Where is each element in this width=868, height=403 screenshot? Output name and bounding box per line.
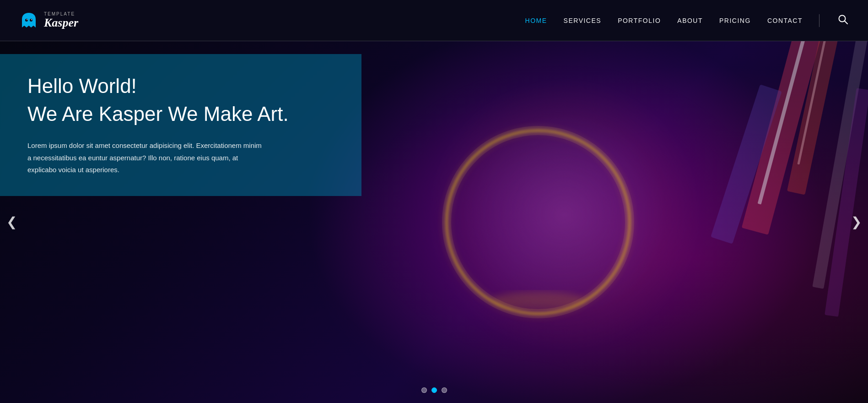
nav-link-home[interactable]: HOME xyxy=(525,17,547,24)
hero-title: Hello World! xyxy=(27,74,334,98)
search-button[interactable] xyxy=(836,14,850,27)
hero-description: Lorem ipsum dolor sit amet consectetur a… xyxy=(27,140,265,176)
nav-item-services[interactable]: SERVICES xyxy=(564,16,602,25)
carousel-prev-button[interactable]: ❮ xyxy=(2,211,22,233)
hero-subtitle: We Are Kasper We Make Art. xyxy=(27,102,334,126)
svg-point-3 xyxy=(31,19,32,20)
nav-menu: HOME SERVICES PORTFOLIO ABOUT PRICING CO… xyxy=(525,16,803,25)
svg-point-8 xyxy=(447,131,630,314)
svg-point-1 xyxy=(30,19,32,22)
brand-name: Kasper xyxy=(44,16,78,30)
hero-section: Hello World! We Are Kasper We Make Art. … xyxy=(0,41,868,403)
hero-geometric-shapes xyxy=(685,41,868,403)
nav-link-services[interactable]: SERVICES xyxy=(564,17,602,24)
hero-content-box: Hello World! We Are Kasper We Make Art. … xyxy=(0,54,361,196)
ghost-icon xyxy=(18,10,39,31)
nav-item-about[interactable]: ABOUT xyxy=(677,16,703,25)
carousel-dot-1[interactable] xyxy=(421,387,427,393)
carousel-dots xyxy=(421,387,447,393)
nav-item-portfolio[interactable]: PORTFOLIO xyxy=(618,16,661,25)
navbar: TEMPLATE Kasper HOME SERVICES PORTFOLIO … xyxy=(0,0,868,41)
svg-point-9 xyxy=(492,292,584,308)
neon-circle xyxy=(419,103,657,341)
svg-point-0 xyxy=(25,19,28,22)
search-icon xyxy=(838,14,848,24)
nav-divider xyxy=(819,14,819,27)
nav-item-home[interactable]: HOME xyxy=(525,16,547,25)
nav-link-pricing[interactable]: PRICING xyxy=(719,17,751,24)
carousel-dot-2[interactable] xyxy=(431,387,437,393)
nav-link-contact[interactable]: CONTACT xyxy=(767,17,803,24)
carousel-dot-3[interactable] xyxy=(442,387,447,393)
nav-link-about[interactable]: ABOUT xyxy=(677,17,703,24)
brand-logo[interactable]: TEMPLATE Kasper xyxy=(18,10,78,31)
nav-link-portfolio[interactable]: PORTFOLIO xyxy=(618,17,661,24)
nav-item-pricing[interactable]: PRICING xyxy=(719,16,751,25)
svg-line-5 xyxy=(845,21,847,24)
carousel-next-button[interactable]: ❯ xyxy=(846,211,866,233)
nav-item-contact[interactable]: CONTACT xyxy=(767,16,803,25)
svg-point-2 xyxy=(27,19,27,20)
